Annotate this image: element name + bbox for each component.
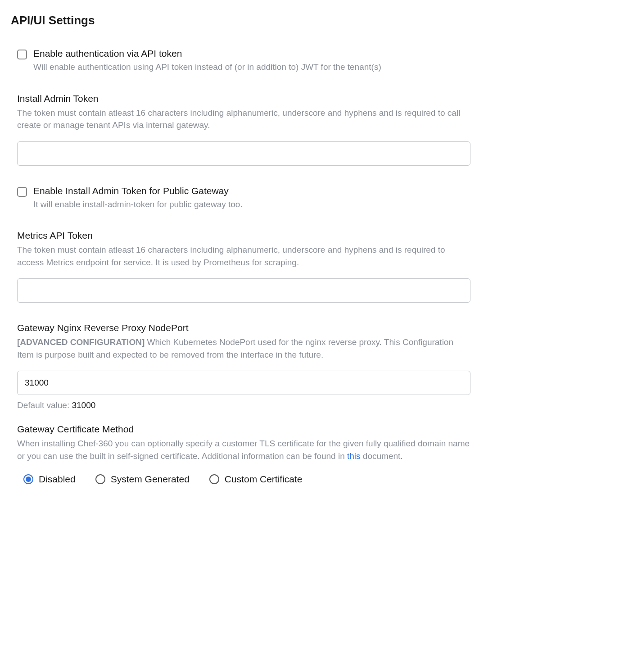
- gateway-nodeport-default: Default value: 31000: [17, 400, 470, 410]
- enable-install-admin-public-row: Enable Install Admin Token for Public Ga…: [11, 186, 470, 211]
- gateway-cert-radio-system-label: System Generated: [111, 474, 190, 485]
- gateway-cert-radio-custom[interactable]: [209, 474, 219, 484]
- gateway-cert-desc: When installing Chef-360 you can optiona…: [17, 437, 470, 462]
- metrics-api-token-block: Metrics API Token The token must contain…: [11, 230, 470, 303]
- enable-api-token-row: Enable authentication via API token Will…: [11, 48, 470, 73]
- enable-api-token-desc: Will enable authentication using API tok…: [33, 61, 470, 73]
- gateway-nodeport-input[interactable]: [17, 371, 470, 395]
- gateway-cert-option-custom[interactable]: Custom Certificate: [209, 474, 303, 485]
- gateway-cert-radio-group: Disabled System Generated Custom Certifi…: [17, 474, 470, 485]
- gateway-nodeport-default-label: Default value:: [17, 400, 72, 410]
- enable-api-token-label: Enable authentication via API token: [33, 48, 470, 59]
- gateway-nodeport-default-value: 31000: [72, 400, 95, 410]
- install-admin-token-label: Install Admin Token: [17, 93, 470, 104]
- metrics-api-token-label: Metrics API Token: [17, 230, 470, 241]
- gateway-nodeport-block: Gateway Nginx Reverse Proxy NodePort [AD…: [11, 322, 470, 410]
- install-admin-token-input[interactable]: [17, 141, 470, 166]
- gateway-cert-block: Gateway Certificate Method When installi…: [11, 424, 470, 485]
- gateway-cert-radio-disabled-label: Disabled: [39, 474, 76, 485]
- gateway-cert-option-disabled[interactable]: Disabled: [23, 474, 76, 485]
- enable-install-admin-public-checkbox[interactable]: [17, 187, 27, 197]
- gateway-cert-label: Gateway Certificate Method: [17, 424, 470, 435]
- enable-install-admin-public-label: Enable Install Admin Token for Public Ga…: [33, 186, 470, 196]
- install-admin-token-block: Install Admin Token The token must conta…: [11, 93, 470, 166]
- enable-api-token-checkbox[interactable]: [17, 50, 27, 59]
- gateway-cert-link[interactable]: this: [347, 451, 361, 461]
- gateway-nodeport-desc-prefix: [ADVANCED CONFIGURATION]: [17, 337, 145, 347]
- gateway-cert-radio-disabled[interactable]: [23, 474, 33, 484]
- gateway-cert-radio-custom-label: Custom Certificate: [225, 474, 303, 485]
- gateway-cert-desc-post: document.: [361, 451, 403, 461]
- metrics-api-token-desc: The token must contain atleast 16 charac…: [17, 244, 470, 268]
- gateway-cert-option-system[interactable]: System Generated: [95, 474, 190, 485]
- metrics-api-token-input[interactable]: [17, 278, 470, 303]
- gateway-cert-radio-system[interactable]: [95, 474, 105, 484]
- install-admin-token-desc: The token must contain atleast 16 charac…: [17, 107, 470, 132]
- gateway-nodeport-label: Gateway Nginx Reverse Proxy NodePort: [17, 322, 470, 333]
- enable-install-admin-public-desc: It will enable install-admin-token for p…: [33, 198, 470, 211]
- section-title: API/UI Settings: [11, 14, 470, 27]
- gateway-nodeport-desc: [ADVANCED CONFIGURATION] Which Kubernete…: [17, 336, 470, 361]
